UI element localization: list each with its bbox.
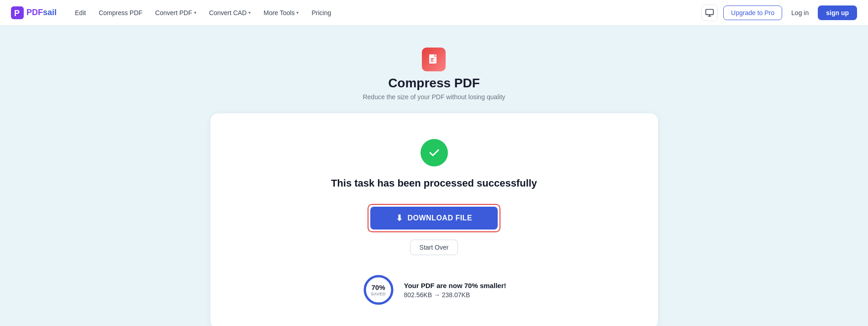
- download-button-wrapper: ⬇ DOWNLOAD FILE: [368, 204, 500, 232]
- stats-text: Your PDF are now 70% smaller! 802.56KB →…: [404, 282, 506, 299]
- stats-row: 70% SAVED Your PDF are now 70% smaller! …: [362, 273, 506, 306]
- svg-rect-9: [431, 61, 434, 62]
- logo[interactable]: P PDFsail: [11, 6, 57, 19]
- logo-icon: P: [11, 6, 24, 19]
- download-button[interactable]: ⬇ DOWNLOAD FILE: [370, 207, 498, 230]
- upgrade-button[interactable]: Upgrade to Pro: [723, 5, 782, 20]
- nav-edit-label: Edit: [75, 9, 86, 16]
- monitor-icon: [705, 8, 714, 17]
- circular-progress: 70% SAVED: [362, 273, 395, 306]
- page-title: Compress PDF: [388, 76, 480, 91]
- progress-percent: 70%: [371, 284, 385, 292]
- pdf-icon-inner: [427, 53, 440, 66]
- progress-label: 70% SAVED: [371, 284, 385, 296]
- svg-rect-6: [429, 54, 434, 64]
- convert-pdf-chevron-icon: ▾: [194, 10, 196, 15]
- page-header: Compress PDF Reduce the size of your PDF…: [363, 48, 505, 101]
- nav-convert-cad-label: Convert CAD: [209, 9, 247, 16]
- nav-right: Upgrade to Pro Log in sign up: [701, 5, 857, 21]
- nav-pricing-label: Pricing: [311, 9, 331, 16]
- stats-headline: Your PDF are now 70% smaller!: [404, 282, 506, 289]
- download-button-label: DOWNLOAD FILE: [407, 214, 472, 222]
- svg-rect-2: [706, 9, 714, 15]
- nav-compress-pdf-label: Compress PDF: [99, 9, 142, 16]
- page-icon-wrapper: [422, 48, 446, 71]
- nav-convert-cad[interactable]: Convert CAD ▾: [204, 5, 256, 20]
- logo-text: PDFsail: [26, 8, 57, 17]
- compress-pdf-icon: [422, 48, 446, 71]
- nav-more-tools[interactable]: More Tools ▾: [258, 5, 304, 20]
- nav-convert-pdf[interactable]: Convert PDF ▾: [150, 5, 202, 20]
- success-icon: [421, 139, 448, 166]
- stats-sizes: 802.56KB → 238.07KB: [404, 291, 506, 299]
- checkmark-icon: [427, 146, 441, 160]
- nav-edit[interactable]: Edit: [69, 5, 91, 20]
- login-button[interactable]: Log in: [788, 6, 812, 20]
- svg-text:P: P: [14, 9, 20, 18]
- svg-rect-7: [431, 58, 434, 59]
- success-message: This task has been processed successfull…: [331, 177, 537, 189]
- result-card: This task has been processed successfull…: [210, 113, 658, 326]
- page-subtitle: Reduce the size of your PDF without losi…: [363, 93, 505, 101]
- progress-saved-label: SAVED: [371, 291, 385, 296]
- more-tools-chevron-icon: ▾: [296, 10, 299, 15]
- nav-more-tools-label: More Tools: [263, 9, 295, 16]
- start-over-button[interactable]: Start Over: [410, 240, 458, 255]
- nav-links: Edit Compress PDF Convert PDF ▾ Convert …: [69, 5, 701, 20]
- svg-rect-8: [431, 59, 433, 60]
- download-icon: ⬇: [396, 213, 403, 223]
- nav-compress-pdf[interactable]: Compress PDF: [93, 5, 148, 20]
- monitor-button[interactable]: [701, 5, 718, 21]
- nav-convert-pdf-label: Convert PDF: [155, 9, 192, 16]
- convert-cad-chevron-icon: ▾: [248, 10, 251, 15]
- signup-button[interactable]: sign up: [818, 5, 857, 20]
- main-content: Compress PDF Reduce the size of your PDF…: [0, 26, 868, 326]
- nav-pricing[interactable]: Pricing: [306, 5, 337, 20]
- navbar: P PDFsail Edit Compress PDF Convert PDF …: [0, 0, 868, 26]
